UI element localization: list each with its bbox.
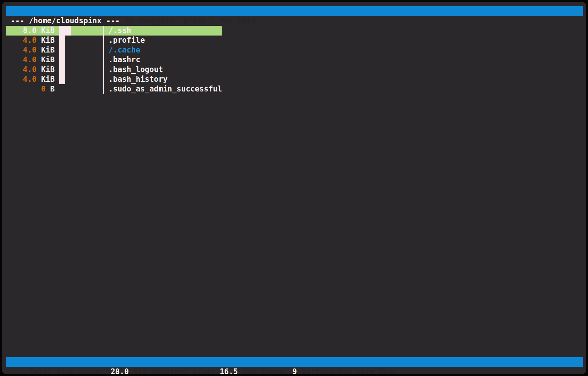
status-bar: Total disk usage: 28.0 KiB Apparent size…: [6, 357, 583, 367]
file-name: .sudo_as_admin_successful: [108, 84, 222, 94]
status-value: 28.0: [111, 367, 129, 374]
file-size: 8.0 KiB: [5, 26, 55, 36]
file-row[interactable]: 4.0 KiB/.cache: [2, 45, 586, 55]
file-size: 4.0 KiB: [5, 45, 55, 55]
status-value: 9: [292, 367, 297, 374]
usage-bar: [59, 65, 65, 75]
header-bar: gdu ~ Use arrow keys to navigate, press …: [6, 6, 583, 16]
file-row[interactable]: 8.0 KiB/.ssh: [2, 26, 586, 36]
file-size: 4.0 KiB: [5, 55, 55, 65]
current-path: --- /home/cloudspinx ---: [11, 16, 120, 26]
file-row[interactable]: 4.0 KiB.bashrc: [2, 55, 586, 65]
file-size: 0 B: [5, 84, 55, 94]
status-label: Total disk usage:: [29, 367, 111, 374]
status-label: Sorting by: size desc: [297, 367, 397, 374]
file-row[interactable]: 4.0 KiB.bash_history: [2, 75, 586, 84]
file-size: 4.0 KiB: [5, 65, 55, 75]
file-name: .profile: [108, 36, 145, 45]
usage-bar: [59, 55, 65, 65]
file-row[interactable]: 0 B.sudo_as_admin_successful: [2, 84, 586, 94]
status-label: KiB Items:: [238, 367, 292, 374]
file-name: .bashrc: [108, 55, 140, 65]
file-size: 4.0 KiB: [5, 36, 55, 45]
file-size: 4.0 KiB: [5, 75, 55, 84]
status-value: 16.5: [220, 367, 238, 374]
usage-bar: [59, 75, 65, 84]
usage-bar: [59, 36, 65, 45]
status-label: KiB Apparent size:: [129, 367, 220, 374]
status-bar-text: Total disk usage: 28.0 KiB Apparent size…: [29, 367, 397, 374]
terminal-window: gdu ~ Use arrow keys to navigate, press …: [2, 2, 586, 374]
file-row[interactable]: 4.0 KiB.bash_logout: [2, 65, 586, 75]
file-name: /.ssh: [108, 26, 131, 36]
file-name: /.cache: [108, 45, 140, 55]
file-name: .bash_history: [108, 75, 168, 84]
column-separator: [103, 26, 104, 94]
file-row[interactable]: 4.0 KiB.profile: [2, 36, 586, 45]
usage-bar: [59, 26, 71, 36]
usage-bar: [59, 45, 65, 55]
file-name: .bash_logout: [108, 65, 163, 75]
